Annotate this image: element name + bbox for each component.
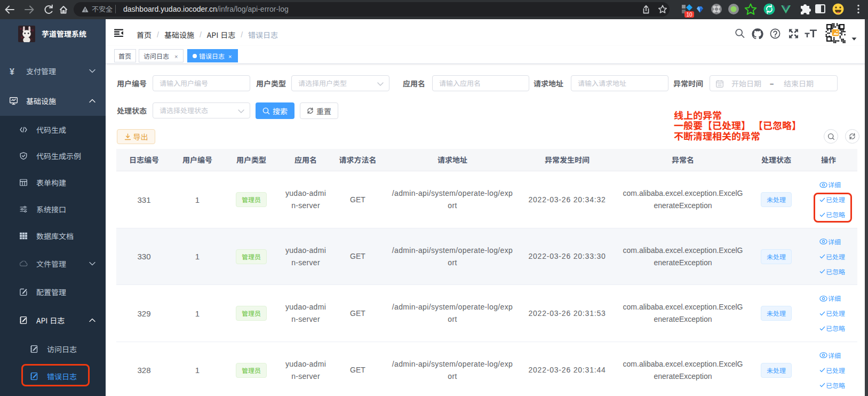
- svg-text:10: 10: [686, 12, 692, 18]
